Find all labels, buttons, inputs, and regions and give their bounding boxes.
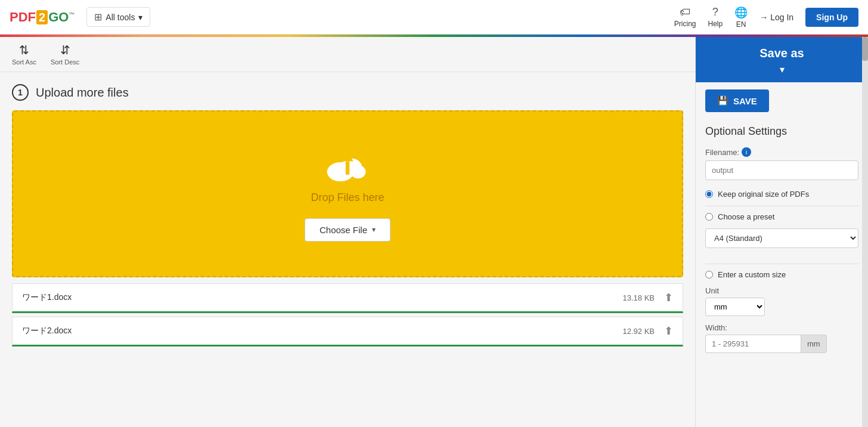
file-right: 12.92 KB ⬆ xyxy=(623,324,674,338)
help-nav[interactable]: ? Help xyxy=(708,6,723,28)
all-tools-button[interactable]: ⊞ All tools ▾ xyxy=(86,7,150,27)
sort-desc-label: Sort Desc xyxy=(51,58,79,66)
choose-file-button[interactable]: Choose File ▾ xyxy=(305,218,390,242)
svg-marker-6 xyxy=(342,151,353,161)
lang-nav[interactable]: 🌐 EN xyxy=(734,6,748,29)
table-row: ワード1.docx 13.18 KB ⬆ xyxy=(12,283,683,313)
logo-go: GO xyxy=(48,10,69,24)
right-panel: Save as ▾ 💾 SAVE Optional Settings Filen… xyxy=(695,37,868,427)
header-right: 🏷 Pricing ? Help 🌐 EN → Log In Sign Up xyxy=(674,6,858,29)
preset-select[interactable]: A4 (Standard) A3 Letter Custom xyxy=(705,228,858,248)
keep-original-option[interactable]: Keep original size of PDFs xyxy=(705,190,858,199)
file-upload-icon[interactable]: ⬆ xyxy=(664,324,673,338)
help-icon: ? xyxy=(712,6,718,18)
sort-asc-label: Sort Asc xyxy=(12,58,36,66)
sort-desc-button[interactable]: ⇵ Sort Desc xyxy=(51,43,79,66)
file-list: ワード1.docx 13.18 KB ⬆ ワード2.docx 12.92 KB … xyxy=(12,283,683,346)
lang-label: EN xyxy=(736,20,746,29)
layout: ⇅ Sort Asc ⇵ Sort Desc 1 Upload more fil… xyxy=(0,37,868,427)
save-button[interactable]: 💾 SAVE xyxy=(705,89,769,112)
upload-title: Upload more files xyxy=(36,86,129,100)
custom-size-label: Enter a custom size xyxy=(718,270,786,279)
width-input[interactable] xyxy=(705,335,801,353)
login-icon: → xyxy=(760,13,768,22)
upload-header: 1 Upload more files xyxy=(12,84,683,101)
logo-tm: ™ xyxy=(69,11,75,17)
save-floppy-icon: 💾 xyxy=(717,95,728,106)
file-name: ワード2.docx xyxy=(22,326,72,336)
scrollbar[interactable] xyxy=(862,37,868,427)
pricing-label: Pricing xyxy=(674,20,696,28)
file-name: ワード1.docx xyxy=(22,292,72,303)
width-input-row: mm xyxy=(705,335,858,353)
choose-preset-radio[interactable] xyxy=(705,213,713,221)
sort-desc-icon: ⇵ xyxy=(60,43,70,57)
save-as-section: Save as ▾ xyxy=(696,37,868,82)
file-size: 13.18 KB xyxy=(623,293,655,302)
cloud-upload-icon xyxy=(324,147,371,185)
choose-preset-label: Choose a preset xyxy=(718,212,774,221)
table-row: ワード2.docx 12.92 KB ⬆ xyxy=(12,317,683,346)
unit-label: Unit xyxy=(705,286,858,295)
svg-rect-5 xyxy=(346,161,349,174)
choose-file-label: Choose File xyxy=(320,225,367,235)
drop-zone[interactable]: Drop Files here Choose File ▾ xyxy=(12,110,683,277)
marker-2-container: 💾 SAVE xyxy=(696,82,868,119)
logo-two: 2 xyxy=(36,10,48,24)
custom-size-option[interactable]: Enter a custom size xyxy=(705,270,858,279)
optional-settings: Optional Settings Filename: i Keep origi… xyxy=(696,119,868,363)
sort-asc-button[interactable]: ⇅ Sort Asc xyxy=(12,43,36,66)
grid-icon: ⊞ xyxy=(94,11,102,23)
save-as-button[interactable]: Save as xyxy=(696,37,868,64)
pricing-icon: 🏷 xyxy=(680,6,690,18)
scroll-thumb xyxy=(862,37,868,61)
step-circle: 1 xyxy=(12,84,29,101)
custom-size-radio[interactable] xyxy=(705,271,713,279)
divider xyxy=(705,206,858,206)
optional-settings-title: Optional Settings xyxy=(705,125,858,138)
toolbar: ⇅ Sort Asc ⇵ Sort Desc xyxy=(0,37,695,72)
marker-2 xyxy=(695,82,696,110)
svg-point-2 xyxy=(351,165,366,178)
file-right: 13.18 KB ⬆ xyxy=(623,291,674,304)
chevron-down-icon: ▾ xyxy=(780,64,785,75)
help-label: Help xyxy=(708,20,723,28)
info-icon[interactable]: i xyxy=(742,147,751,157)
globe-icon: 🌐 xyxy=(734,6,748,19)
login-button[interactable]: → Log In xyxy=(760,13,793,22)
divider xyxy=(705,264,858,264)
file-size: 12.92 KB xyxy=(623,327,655,336)
signup-button[interactable]: Sign Up xyxy=(805,8,858,27)
keep-original-label: Keep original size of PDFs xyxy=(718,190,809,199)
all-tools-label: All tools xyxy=(106,13,135,22)
choose-preset-option[interactable]: Choose a preset xyxy=(705,212,858,221)
keep-original-radio[interactable] xyxy=(705,190,713,198)
chevron-down-icon: ▾ xyxy=(138,13,142,22)
choose-file-arrow-icon: ▾ xyxy=(372,225,376,234)
header: PDF2GO™ ⊞ All tools ▾ 🏷 Pricing ? Help 🌐… xyxy=(0,0,868,35)
upload-section: 1 Upload more files Drop Files here xyxy=(0,72,695,356)
logo: PDF2GO™ xyxy=(10,10,75,25)
save-as-chevron[interactable]: ▾ xyxy=(696,64,868,82)
unit-select[interactable]: mm cm inch px xyxy=(705,298,765,316)
save-label: SAVE xyxy=(733,96,757,106)
main-content: ⇅ Sort Asc ⇵ Sort Desc 1 Upload more fil… xyxy=(0,37,695,427)
file-upload-icon[interactable]: ⬆ xyxy=(664,291,673,304)
filename-input[interactable] xyxy=(705,160,858,180)
login-label: Log In xyxy=(770,13,793,22)
drop-text: Drop Files here xyxy=(311,191,384,204)
pricing-nav[interactable]: 🏷 Pricing xyxy=(674,6,696,28)
width-label: Width: xyxy=(705,323,858,332)
logo-pdf: PDF xyxy=(10,10,36,24)
width-unit-badge: mm xyxy=(801,335,827,353)
sort-asc-icon: ⇅ xyxy=(19,43,29,57)
filename-label: Filename: i xyxy=(705,147,858,157)
